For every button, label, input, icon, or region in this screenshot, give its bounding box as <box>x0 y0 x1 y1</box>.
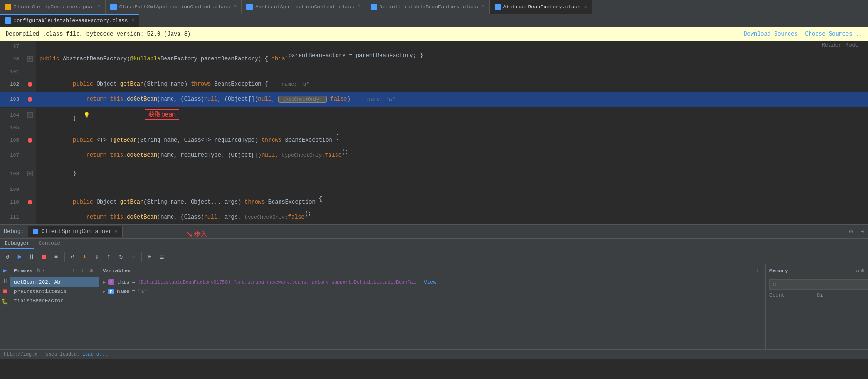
sidebar-stop-icon[interactable]: ⏹ <box>1 287 9 295</box>
stop-button[interactable]: ⏹ <box>38 251 50 262</box>
breakpoint-106[interactable] <box>28 138 32 143</box>
step-into-button[interactable]: ⬇ <box>79 251 90 262</box>
sidebar-play-icon[interactable]: ▶ <box>1 266 9 275</box>
tab-close-2[interactable]: × <box>358 4 361 9</box>
debug-session-name: ClientSpringContainer <box>41 228 112 235</box>
tab-abstractapplicationcontext[interactable]: AbstractApplicationContext.class × <box>242 0 366 14</box>
mute-breakpoints-button[interactable]: ≡ <box>50 251 62 262</box>
line-num-97: 97 <box>0 41 23 51</box>
fold-btn-104[interactable]: − <box>27 112 33 118</box>
line-meta-97 <box>23 41 36 51</box>
debug-session-close[interactable]: × <box>115 229 118 234</box>
decompile-info-text: Decompiled .class file, bytecode version… <box>6 31 191 37</box>
fold-btn-108[interactable]: − <box>27 171 33 176</box>
info-bar: Decompiled .class file, bytecode version… <box>0 27 868 41</box>
tab-abstractbeanfactory[interactable]: AbstractBeanFactory.class × <box>490 0 592 14</box>
tab-close-3[interactable]: × <box>482 4 485 9</box>
tab-console[interactable]: Console <box>34 239 65 249</box>
lightbulb-icon[interactable]: 💡 <box>83 112 90 119</box>
step-over-button[interactable]: ↩ <box>67 251 78 262</box>
code-line-108: 108 − } <box>0 163 868 184</box>
line-num-105: 105 <box>0 123 23 133</box>
line-num-101: 101 <box>0 66 23 77</box>
frames-up-icon[interactable]: ↑ <box>70 267 77 275</box>
rerun-button[interactable]: ↺ <box>2 251 13 262</box>
java-file-icon <box>5 4 11 10</box>
tab-close-0[interactable]: × <box>98 4 100 9</box>
breakpoint-102[interactable] <box>28 82 32 87</box>
line-meta-103 <box>23 92 36 107</box>
resume-button[interactable]: ▶ <box>14 251 25 262</box>
add-watch-icon[interactable]: + <box>754 267 761 275</box>
breakpoint-110[interactable] <box>28 200 32 204</box>
line-num-103: 103 <box>0 92 23 107</box>
tab-clientspringcontainer[interactable]: ClientSpringContainer.java × <box>0 0 106 14</box>
line-content-108: } <box>36 163 868 184</box>
force-step-into-button[interactable]: ⇓ <box>91 251 102 262</box>
debug-inner-tabs: Debugger Console ➘ 步入 <box>0 239 868 249</box>
tab-configurablelistablebeancfactory[interactable]: ConfigurableListableBeanFactory.class × <box>0 14 139 27</box>
breakpoint-103[interactable] <box>28 97 32 102</box>
class-file-icon-1 <box>110 4 117 10</box>
view-link-this[interactable]: View <box>424 279 436 285</box>
code-line-105: 105 <box>0 123 868 133</box>
memory-search-input[interactable] <box>769 279 868 290</box>
run-to-cursor-button[interactable]: ↻ <box>115 251 127 262</box>
expand-name-icon[interactable]: ▶ <box>103 289 106 294</box>
frame-item-1[interactable]: preInstantiateSin <box>10 287 99 296</box>
tab-bar-row1: ClientSpringContainer.java × ClassPathXm… <box>0 0 868 14</box>
debug-layout-icon[interactable]: ⊟ <box>861 227 864 235</box>
thread-dropdown-label: Th <box>35 268 40 273</box>
threads-button[interactable]: ≣ <box>156 251 167 262</box>
line-content-105 <box>36 123 868 133</box>
pause-button[interactable]: ⏸ <box>26 251 37 262</box>
tab-debugger[interactable]: Debugger <box>0 239 34 249</box>
var-value-name: "a" <box>138 289 147 294</box>
tab-close-4[interactable]: × <box>584 5 587 10</box>
frames-filter-icon[interactable]: ⚙ <box>87 267 95 275</box>
class-file-icon-3 <box>371 4 377 10</box>
memory-panel-header: Memory ↻ ⚙ <box>766 264 868 277</box>
tab-close-5[interactable]: × <box>131 18 134 23</box>
code-editor: Reader Mode 97 98 − public AbstractBeanF… <box>0 41 868 224</box>
choose-sources-link[interactable]: Choose Sources... <box>805 31 862 37</box>
toolbar-separator-1 <box>64 252 65 262</box>
variable-name: ▶ p name = "a" <box>99 287 765 296</box>
line-num-102: 102 <box>0 77 23 92</box>
memory-settings-icon[interactable]: ⚙ <box>861 267 864 274</box>
expand-this-icon[interactable]: ▶ <box>103 279 106 285</box>
load-link[interactable]: Load o... <box>82 352 108 357</box>
line-content-111: return this.doGetBean(name, (Class)null,… <box>36 210 868 224</box>
class-file-icon-4 <box>495 4 501 10</box>
tab-defaultlistablebeancfactory[interactable]: DefaultListableBeanFactory.class × <box>366 0 490 14</box>
evaluate-expression-button[interactable]: ⇥ <box>128 251 139 262</box>
frames-button[interactable]: ⊞ <box>144 251 155 262</box>
frame-item-0[interactable]: getBean:202, Ab <box>10 277 99 287</box>
line-meta-105 <box>23 123 36 133</box>
code-line-107: 107 return this.doGetBean(name, required… <box>0 148 868 163</box>
frame-item-2[interactable]: finishBeanFactor <box>10 296 99 306</box>
download-sources-link[interactable]: Download Sources <box>744 31 797 37</box>
memory-col-count: Count <box>769 292 817 298</box>
frames-down-icon[interactable]: ↓ <box>79 267 86 275</box>
tab-classpathxmlapplicationcontext[interactable]: ClassPathXmlApplicationContext.class × <box>106 0 242 14</box>
line-meta-111 <box>23 210 36 224</box>
memory-refresh-icon[interactable]: ↻ <box>856 267 859 274</box>
frames-panel: Frames Th ▾ ↑ ↓ ⚙ getBean:202, Ab preIns… <box>10 264 99 349</box>
debug-session-tab[interactable]: ClientSpringContainer × <box>28 226 123 237</box>
variables-panel-icons: + <box>754 267 761 275</box>
tab-close-1[interactable]: × <box>234 4 237 9</box>
line-meta-108: − <box>23 163 36 184</box>
step-out-button[interactable]: ↑ <box>103 251 115 262</box>
sidebar-bug-icon[interactable]: 🐛 <box>1 297 9 306</box>
var-name-this: this <box>117 279 129 285</box>
debug-settings-gear-icon[interactable]: ⚙ <box>849 227 853 235</box>
line-content-98: public AbstractBeanFactory(@Nullable Bea… <box>36 51 868 66</box>
sidebar-pause-icon[interactable]: ⏸ <box>1 277 9 285</box>
var-value-this: {DefaultListableBeanFactory@1750} "org.s… <box>138 280 418 285</box>
line-num-110: 110 <box>0 195 23 210</box>
variable-this: ▶ f this = {DefaultListableBeanFactory@1… <box>99 277 765 287</box>
fold-btn-98[interactable]: − <box>27 56 33 62</box>
thread-dropdown-arrow[interactable]: ▾ <box>42 268 45 274</box>
frames-panel-title: Frames <box>14 268 33 274</box>
